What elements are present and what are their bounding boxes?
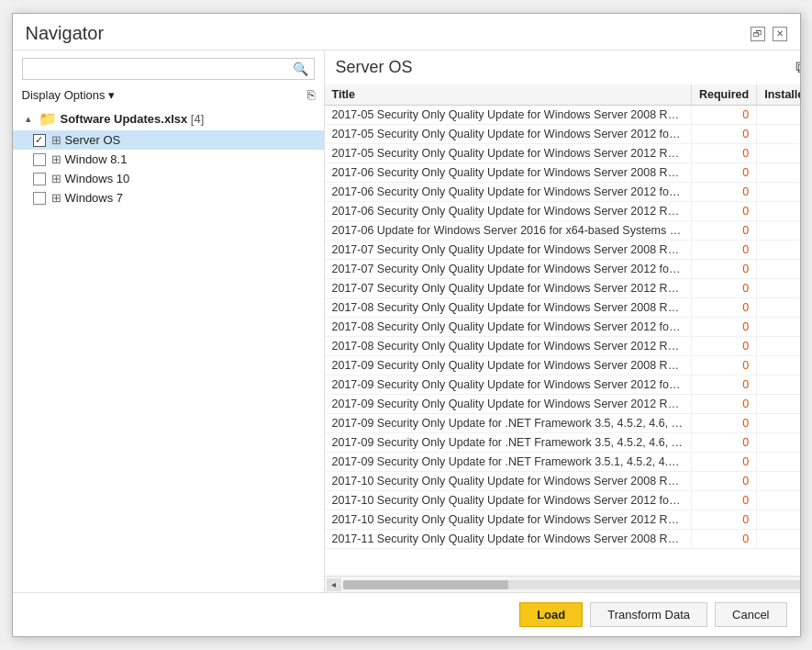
transform-data-button[interactable]: Transform Data: [590, 602, 707, 627]
cell-required: 0: [692, 279, 757, 298]
cell-installed: [757, 221, 800, 241]
cell-required: 0: [692, 260, 757, 279]
cell-title: 2017-08 Security Only Quality Update for…: [325, 337, 692, 356]
cell-required: 0: [692, 202, 757, 221]
cell-title: 2017-05 Security Only Quality Update for…: [325, 125, 692, 144]
table-row: 2017-10 Security Only Quality Update for…: [325, 491, 800, 510]
tree-child-label: Windows 10: [65, 172, 130, 185]
tree-checkbox[interactable]: [33, 192, 46, 205]
display-options-label: Display Options: [22, 88, 106, 102]
chevron-down-icon: ▾: [108, 88, 115, 102]
cell-installed: [757, 318, 800, 337]
horizontal-scrollbar[interactable]: ◂ ▸: [325, 576, 800, 592]
cell-required: 0: [692, 318, 757, 337]
preview-icon: ⧉: [795, 58, 800, 76]
tree-child-item[interactable]: ⊞Windows 7: [13, 188, 324, 207]
tree-checkbox[interactable]: [33, 153, 46, 166]
cell-required: 0: [692, 241, 757, 260]
search-input[interactable]: [28, 62, 293, 76]
tree-area: ▴ 📁 Software Updates.xlsx [4] ⊞Server OS…: [13, 107, 324, 592]
table-scroll-area[interactable]: Title Required Installed 2017-05 Securit…: [325, 84, 800, 576]
cell-required: 0: [692, 144, 757, 163]
cell-installed: [757, 510, 800, 530]
tree-child-item[interactable]: ⊞Window 8.1: [13, 150, 324, 169]
cell-required: 0: [692, 510, 757, 530]
cell-installed: [757, 356, 800, 375]
table-row: 2017-08 Security Only Quality Update for…: [325, 298, 800, 318]
preview-icon-button[interactable]: ⧉: [795, 58, 800, 77]
tree-root-item[interactable]: ▴ 📁 Software Updates.xlsx [4]: [13, 107, 324, 130]
display-options-button[interactable]: Display Options ▾: [22, 88, 115, 102]
cell-installed: [757, 106, 800, 125]
cell-required: 0: [692, 106, 757, 125]
search-bar: 🔍: [22, 58, 315, 80]
cell-required: 0: [692, 375, 757, 395]
data-table: Title Required Installed 2017-05 Securit…: [325, 84, 800, 549]
folder-icon: 📁: [39, 110, 57, 128]
scroll-left-arrow[interactable]: ◂: [327, 578, 341, 591]
cell-title: 2017-09 Security Only Update for .NET Fr…: [325, 433, 692, 453]
table-row: 2017-07 Security Only Quality Update for…: [325, 241, 800, 260]
cell-installed: [757, 472, 800, 491]
col-required: Required: [692, 84, 757, 106]
cell-title: 2017-06 Security Only Quality Update for…: [325, 163, 692, 183]
cell-installed: [757, 183, 800, 202]
cell-installed: [757, 241, 800, 260]
cell-installed: [757, 163, 800, 183]
tree-child-label: Server OS: [65, 133, 121, 147]
cell-installed: [757, 375, 800, 395]
cell-installed: [757, 491, 800, 510]
table-row: 2017-09 Security Only Update for .NET Fr…: [325, 453, 800, 472]
tree-collapse-arrow: ▴: [22, 113, 35, 125]
title-bar-controls: 🗗 ✕: [751, 27, 787, 41]
cell-installed: [757, 337, 800, 356]
cell-title: 2017-05 Security Only Quality Update for…: [325, 144, 692, 163]
cell-title: 2017-09 Security Only Quality Update for…: [325, 395, 692, 414]
tree-child-label: Window 8.1: [65, 152, 128, 166]
load-button[interactable]: Load: [519, 602, 583, 627]
cell-title: 2017-07 Security Only Quality Update for…: [325, 279, 692, 298]
table-row: 2017-06 Update for Windows Server 2016 f…: [325, 221, 800, 241]
cell-title: 2017-08 Security Only Quality Update for…: [325, 298, 692, 318]
cell-installed: [757, 530, 800, 549]
table-row: 2017-09 Security Only Quality Update for…: [325, 375, 800, 395]
cell-title: 2017-06 Update for Windows Server 2016 f…: [325, 221, 692, 241]
table-row: 2017-05 Security Only Quality Update for…: [325, 144, 800, 163]
import-icon-button[interactable]: ⎘: [307, 87, 315, 102]
tree-child-item[interactable]: ⊞Windows 10: [13, 169, 324, 188]
cell-title: 2017-11 Security Only Quality Update for…: [325, 530, 692, 549]
display-options-row: Display Options ▾ ⎘: [13, 85, 324, 107]
cell-installed: [757, 395, 800, 414]
title-bar: Navigator 🗗 ✕: [13, 14, 800, 50]
cell-title: 2017-10 Security Only Quality Update for…: [325, 510, 692, 530]
table-row: 2017-09 Security Only Update for .NET Fr…: [325, 414, 800, 433]
cell-title: 2017-06 Security Only Quality Update for…: [325, 183, 692, 202]
footer: Load Transform Data Cancel: [13, 592, 800, 636]
right-header: Server OS ⧉: [325, 58, 800, 84]
cell-required: 0: [692, 433, 757, 453]
h-scroll-thumb[interactable]: [343, 580, 508, 589]
table-row: 2017-09 Security Only Update for .NET Fr…: [325, 433, 800, 453]
cancel-button[interactable]: Cancel: [715, 602, 786, 627]
cell-title: 2017-06 Security Only Quality Update for…: [325, 202, 692, 221]
cell-title: 2017-10 Security Only Quality Update for…: [325, 491, 692, 510]
table-header-row: Title Required Installed: [325, 84, 800, 106]
col-title: Title: [325, 84, 692, 106]
tree-children: ⊞Server OS⊞Window 8.1⊞Windows 10⊞Windows…: [13, 130, 324, 207]
restore-button[interactable]: 🗗: [751, 27, 765, 41]
cell-installed: [757, 453, 800, 472]
cell-installed: [757, 433, 800, 453]
close-button[interactable]: ✕: [773, 27, 787, 41]
import-icon: ⎘: [307, 87, 315, 102]
tree-checkbox[interactable]: [33, 173, 46, 185]
cell-required: 0: [692, 395, 757, 414]
search-icon: 🔍: [293, 62, 308, 76]
left-panel: 🔍 Display Options ▾ ⎘ ▴ 📁 Software: [13, 50, 325, 592]
cell-required: 0: [692, 356, 757, 375]
tree-child-item[interactable]: ⊞Server OS: [13, 130, 324, 150]
cell-required: 0: [692, 472, 757, 491]
tree-checkbox[interactable]: [33, 134, 46, 147]
table-icon: ⊞: [51, 172, 61, 185]
h-scroll-track[interactable]: [343, 580, 800, 589]
cell-title: 2017-07 Security Only Quality Update for…: [325, 260, 692, 279]
